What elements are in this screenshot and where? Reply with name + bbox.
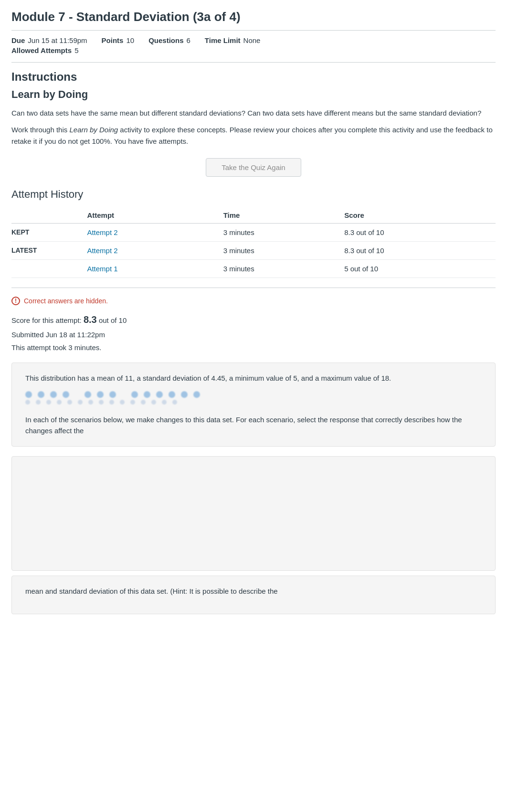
dot [25, 391, 32, 398]
table-header-row: Attempt Time Score [11, 207, 496, 224]
meta-due: Due Jun 15 at 11:59pm [11, 36, 87, 44]
score-label: Score for this attempt: [11, 316, 82, 324]
dot [36, 400, 41, 405]
questions-value: 6 [187, 36, 190, 44]
row-time-0: 3 minutes [223, 223, 345, 241]
dot [181, 391, 188, 398]
dot [50, 391, 57, 398]
dot [162, 400, 167, 405]
attempt-link-1[interactable]: Attempt 2 [87, 246, 117, 255]
content-box-2-text: mean and standard deviation of this data… [25, 586, 482, 597]
meta-allowed-attempts: Allowed Attempts 5 [11, 46, 78, 54]
dot-visualization [25, 391, 482, 406]
meta-questions: Questions 6 [148, 36, 190, 44]
dot [130, 400, 135, 405]
body-paragraph-2: Work through this Learn by Doing activit… [11, 124, 496, 147]
dot [151, 400, 156, 405]
meta-points: Points 10 [102, 36, 135, 44]
row-score-0: 8.3 out of 10 [344, 223, 496, 241]
page-title: Module 7 - Standard Deviation (3a of 4) [11, 10, 496, 31]
correct-answers-notice: ! Correct answers are hidden. [11, 297, 496, 305]
take-quiz-again-button[interactable]: Take the Quiz Again [206, 158, 301, 177]
table-row: KEPTAttempt 23 minutes8.3 out of 10 [11, 223, 496, 241]
content-box-1: This distribution has a mean of 11, a st… [11, 363, 496, 447]
dot [109, 400, 114, 405]
dot [193, 391, 200, 398]
allowed-attempts-label: Allowed Attempts [11, 46, 72, 54]
dot [169, 391, 175, 398]
row-attempt-1[interactable]: Attempt 2 [87, 241, 223, 259]
dot [172, 400, 177, 405]
divider-2 [11, 288, 496, 288]
divider-1 [11, 62, 496, 63]
row-score-1: 8.3 out of 10 [344, 241, 496, 259]
dot [97, 391, 104, 398]
questions-label: Questions [148, 36, 183, 44]
attempt-history-heading: Attempt History [11, 188, 496, 201]
dot [57, 400, 62, 405]
table-row: LATESTAttempt 23 minutes8.3 out of 10 [11, 241, 496, 259]
row-label-1: LATEST [11, 241, 87, 259]
attempt-link-0[interactable]: Attempt 2 [87, 228, 117, 236]
learn-by-doing-heading: Learn by Doing [11, 88, 496, 101]
row-attempt-2[interactable]: Attempt 1 [87, 259, 223, 278]
col-attempt-header: Attempt [87, 207, 223, 224]
dot [63, 391, 69, 398]
dot [141, 400, 146, 405]
info-icon: ! [11, 297, 20, 305]
content-box-2: mean and standard deviation of this data… [11, 576, 496, 614]
dot [156, 391, 163, 398]
attempt-history-table: Attempt Time Score KEPTAttempt 23 minute… [11, 207, 496, 278]
dot-row-2 [25, 400, 177, 405]
allowed-attempts-value: 5 [74, 46, 78, 54]
dot [84, 391, 91, 398]
score-suffix: out of 10 [99, 316, 127, 324]
due-label: Due [11, 36, 25, 44]
instructions-heading: Instructions [11, 70, 496, 84]
dot [67, 400, 72, 405]
meta-row-1: Due Jun 15 at 11:59pm Points 10 Question… [11, 36, 496, 44]
dot-row-1 [25, 391, 200, 398]
correct-answers-text: Correct answers are hidden. [24, 297, 108, 305]
row-time-1: 3 minutes [223, 241, 345, 259]
dot [25, 400, 30, 405]
meta-row-2: Allowed Attempts 5 [11, 46, 496, 54]
content-box-1-text: This distribution has a mean of 11, a st… [25, 373, 482, 384]
dot [144, 391, 150, 398]
points-label: Points [102, 36, 124, 44]
row-label-2 [11, 259, 87, 278]
col-label-header [11, 207, 87, 224]
score-value: 8.3 [84, 314, 97, 325]
table-row: Attempt 13 minutes5 out of 10 [11, 259, 496, 278]
points-value: 10 [126, 36, 134, 44]
blurred-middle-region [11, 456, 496, 571]
italic-text: Learn by Doing [69, 126, 118, 134]
content-box-1-extra: In each of the scenarios below, we make … [25, 414, 482, 437]
meta-time-limit: Time Limit None [205, 36, 261, 44]
submitted-text: Submitted Jun 18 at 11:22pm [11, 328, 496, 341]
due-value: Jun 15 at 11:59pm [28, 36, 87, 44]
dot [99, 400, 104, 405]
dot [46, 400, 51, 405]
row-time-2: 3 minutes [223, 259, 345, 278]
dot [120, 400, 125, 405]
col-time-header: Time [223, 207, 345, 224]
body-paragraph-1: Can two data sets have the same mean but… [11, 107, 496, 118]
take-quiz-button-wrap: Take the Quiz Again [11, 158, 496, 177]
dot [78, 400, 83, 405]
time-limit-value: None [243, 36, 261, 44]
col-score-header: Score [344, 207, 496, 224]
score-line: Score for this attempt: 8.3 out of 10 [11, 311, 496, 328]
time-limit-label: Time Limit [205, 36, 241, 44]
dot [88, 400, 93, 405]
dot [38, 391, 44, 398]
row-score-2: 5 out of 10 [344, 259, 496, 278]
row-label-0: KEPT [11, 223, 87, 241]
row-attempt-0[interactable]: Attempt 2 [87, 223, 223, 241]
dot [109, 391, 116, 398]
attempt-time-text: This attempt took 3 minutes. [11, 341, 496, 354]
score-info: Score for this attempt: 8.3 out of 10 Su… [11, 311, 496, 354]
dot [131, 391, 138, 398]
attempt-link-2[interactable]: Attempt 1 [87, 265, 117, 273]
